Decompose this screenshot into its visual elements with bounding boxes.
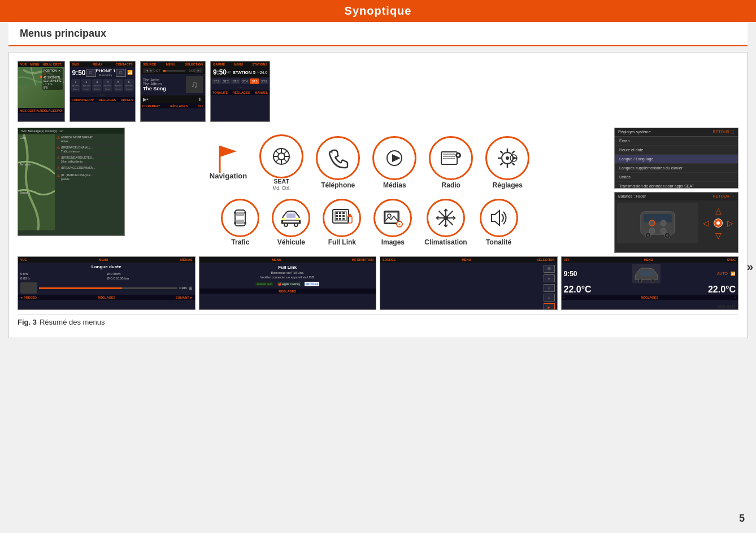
climate-temp-right: 22.0°C bbox=[708, 285, 736, 295]
svg-rect-67 bbox=[644, 214, 672, 222]
fulllink-screen: MENU INFORMATION Full Link Bienvenue sur… bbox=[199, 256, 377, 310]
radio-icon-circle bbox=[429, 136, 473, 180]
telephone-icon-wrapper[interactable]: Téléphone bbox=[316, 136, 360, 189]
bal-back[interactable]: RETOUR ⬚ bbox=[713, 194, 735, 199]
svg-rect-77 bbox=[640, 270, 653, 276]
apple-carplay-logo: 🍎 Apple CarPlay bbox=[277, 282, 301, 286]
climatisation-icon-wrapper[interactable]: Climatisation bbox=[424, 199, 467, 246]
fig-text: Résumé des menus bbox=[40, 318, 105, 326]
medias-symbol-icon bbox=[384, 147, 405, 169]
svg-point-36 bbox=[244, 222, 246, 224]
navigation-label: Navigation bbox=[210, 172, 247, 180]
tonalite-icon-circle bbox=[480, 199, 518, 237]
fulllink-symbol-icon bbox=[331, 207, 353, 229]
climatisation-symbol-icon bbox=[434, 207, 458, 229]
sys-panel-title: Réglages système bbox=[618, 130, 651, 134]
main-diagram: VUE MENU NOUV. DEST. bbox=[8, 52, 748, 338]
medias-icon-circle bbox=[372, 136, 416, 180]
svg-point-75 bbox=[661, 228, 666, 234]
svg-point-39 bbox=[294, 223, 298, 226]
bottom-screens-row: VUE MENU MÉDIAS Longue durée 0 km Ø 0 km… bbox=[18, 256, 738, 310]
section-title-bar: Menus principaux bbox=[8, 22, 748, 46]
vehicule-symbol-icon bbox=[280, 208, 302, 228]
svg-rect-47 bbox=[342, 212, 345, 214]
media-note-icon: ♫ bbox=[186, 76, 203, 93]
navigation-icon-wrapper[interactable]: Navigation bbox=[210, 145, 247, 180]
svg-point-78 bbox=[638, 279, 642, 282]
svg-text:Terrassa: Terrassa bbox=[20, 163, 31, 166]
phone-number-grid: 1Ajouterfavori 2Ajouterfavori 3Ajouterfa… bbox=[70, 78, 135, 93]
trafic-alerts: ⚠ ADRI DE MONTSERRATAltres ⚠ (DR)BARCELO… bbox=[55, 134, 124, 230]
fulllink-icon-wrapper[interactable]: Full Link bbox=[323, 199, 361, 246]
trafic-icon-wrapper[interactable]: Trafic bbox=[221, 199, 259, 246]
sys-item-heure[interactable]: Heure et date bbox=[615, 146, 738, 155]
bal-content: △ ◁ ▷ ▽ bbox=[615, 200, 738, 246]
svg-rect-32 bbox=[236, 220, 244, 224]
seat-label: SEAT bbox=[274, 178, 289, 185]
svg-point-9 bbox=[278, 153, 285, 160]
radio-label: Radio bbox=[442, 181, 460, 189]
images-icon-wrapper[interactable]: + Images bbox=[373, 199, 412, 246]
sys-item-transmission[interactable]: Transmission de données pour apps SEAT bbox=[615, 182, 738, 189]
content-wrapper: VUE MENU NOUV. DEST. bbox=[18, 61, 738, 310]
next-arrow[interactable]: » bbox=[747, 260, 753, 273]
svg-rect-12 bbox=[441, 152, 457, 164]
brs-label: BRS-0144 bbox=[718, 304, 736, 308]
svg-point-73 bbox=[661, 220, 666, 226]
svg-point-79 bbox=[651, 279, 654, 282]
media-long-screen: VUE MENU MÉDIAS Longue durée 0 km Ø 0 km… bbox=[18, 256, 195, 310]
sys-panel-header: Réglages système RETOUR ⬚ bbox=[615, 128, 738, 137]
fulllink-label: Full Link bbox=[328, 238, 356, 246]
nav-map: POSITION ✕ ⊕ 41°29'30.0"N 001°15'46.8"E … bbox=[18, 67, 64, 108]
radio-symbol-icon bbox=[440, 147, 462, 169]
svg-line-24 bbox=[501, 151, 503, 153]
tonalite-label: Tonalité bbox=[486, 238, 511, 246]
center-icons-area: Navigation bbox=[128, 128, 611, 253]
svg-rect-52 bbox=[339, 218, 341, 220]
section-title: Menus principaux bbox=[20, 28, 106, 39]
media-content: The Artist The Album The Song ♫ bbox=[141, 74, 205, 95]
svg-text:Gran: Gran bbox=[20, 136, 26, 139]
balance-car-display bbox=[617, 203, 698, 243]
reglages-icon-wrapper[interactable]: Réglages bbox=[485, 136, 529, 189]
radio-screen-footer: TONALITÉ RÉGLAGES MANUEL bbox=[211, 90, 270, 95]
fulllink-icon-circle bbox=[323, 199, 361, 237]
svg-point-34 bbox=[244, 212, 246, 214]
vehicule-icon-wrapper[interactable]: Véhicule bbox=[272, 199, 310, 246]
svg-marker-11 bbox=[392, 154, 401, 162]
balance-up-arrow[interactable]: △ bbox=[715, 206, 722, 215]
reglages-symbol-icon bbox=[496, 146, 519, 170]
sys-panel-back[interactable]: RETOUR ⬚ bbox=[713, 130, 735, 134]
nav-info: POSITION ✕ ⊕ 41°29'30.0"N 001°15'46.8"E … bbox=[42, 68, 63, 90]
svg-rect-56 bbox=[384, 211, 399, 224]
medias-icon-wrapper[interactable]: Médias bbox=[372, 136, 416, 189]
reglages-icon-circle bbox=[485, 136, 529, 180]
sys-item-langues-sup[interactable]: Langues supplémentaires du clavier bbox=[615, 164, 738, 173]
page: Synoptique Menus principaux VUE MENU NOU… bbox=[0, 0, 756, 338]
svg-point-71 bbox=[666, 234, 668, 237]
svg-rect-48 bbox=[336, 215, 338, 217]
balance-left-arrow[interactable]: ◁ bbox=[703, 219, 709, 228]
header-title: Synoptique bbox=[345, 5, 412, 17]
svg-rect-50 bbox=[342, 215, 345, 217]
images-label: Images bbox=[381, 238, 405, 246]
vehicule-icon-circle bbox=[272, 199, 310, 237]
sys-item-ecran[interactable]: Écran bbox=[615, 137, 738, 146]
sys-item-unites[interactable]: Unités bbox=[615, 173, 738, 182]
telephone-label: Téléphone bbox=[321, 181, 355, 189]
balance-center-dot bbox=[714, 219, 723, 228]
radio-icon-wrapper[interactable]: Radio bbox=[429, 136, 473, 189]
sys-item-langue[interactable]: Langue / Language bbox=[615, 155, 738, 164]
tonalite-icon-wrapper[interactable]: Tonalité bbox=[480, 199, 518, 246]
media-ctrl-bar: ▶• ⏸ bbox=[141, 95, 205, 103]
tonalite-symbol-icon bbox=[487, 207, 511, 229]
middle-section: TMC Message(s) routier(s): 12 Gran bbox=[18, 128, 738, 253]
climate-temp-left: 22.0°C bbox=[564, 285, 592, 295]
telephone-icon-circle bbox=[316, 136, 360, 180]
svg-rect-57 bbox=[385, 212, 398, 222]
balance-right-arrow[interactable]: ▷ bbox=[727, 219, 733, 228]
seat-icon-wrapper[interactable]: SEAT Md. Ctrl. bbox=[259, 134, 303, 191]
balance-down-arrow[interactable]: ▽ bbox=[715, 231, 722, 240]
fig-label: Fig. 3 bbox=[18, 318, 37, 326]
svg-point-35 bbox=[234, 222, 236, 224]
